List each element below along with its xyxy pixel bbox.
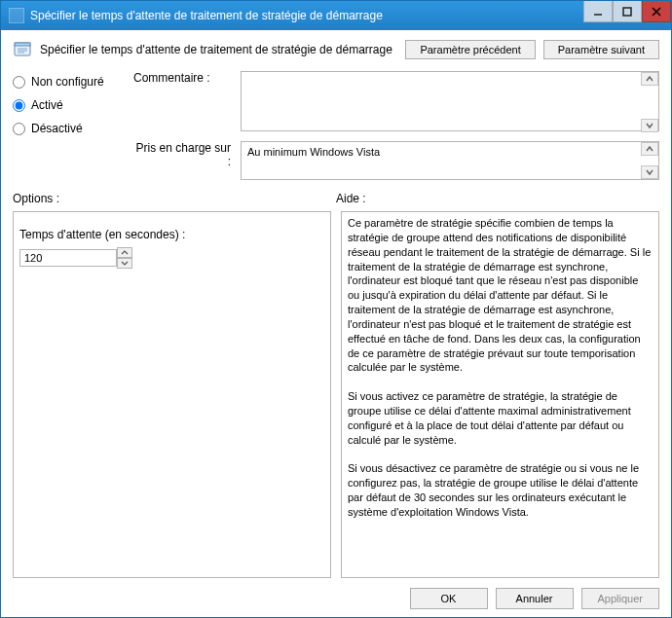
radio-not-configured[interactable]: Non configuré bbox=[13, 75, 120, 89]
wait-time-label: Temps d'attente (en secondes) : bbox=[19, 228, 324, 241]
wait-time-input[interactable] bbox=[19, 249, 117, 267]
close-button[interactable] bbox=[642, 1, 671, 22]
radio-disabled[interactable]: Désactivé bbox=[13, 122, 120, 135]
previous-setting-button[interactable]: Paramètre précédent bbox=[405, 40, 535, 59]
radio-enabled-label: Activé bbox=[31, 98, 63, 112]
policy-icon bbox=[13, 40, 32, 59]
maximize-button[interactable] bbox=[613, 1, 642, 22]
supported-on-value: Au minimum Windows Vista bbox=[241, 141, 659, 180]
scroll-down-icon[interactable] bbox=[641, 119, 658, 132]
next-setting-button[interactable]: Paramètre suivant bbox=[543, 40, 659, 59]
radio-enabled[interactable]: Activé bbox=[13, 98, 120, 112]
app-icon bbox=[9, 8, 24, 23]
scroll-down-icon[interactable] bbox=[641, 165, 658, 179]
minimize-button[interactable] bbox=[583, 1, 613, 22]
ok-button[interactable]: OK bbox=[410, 588, 488, 609]
svg-rect-1 bbox=[623, 8, 631, 16]
comment-textarea[interactable] bbox=[241, 71, 659, 131]
window-title: Spécifier le temps d'attente de traiteme… bbox=[30, 9, 583, 22]
svg-rect-5 bbox=[15, 43, 30, 46]
spinner-down-button[interactable] bbox=[117, 258, 132, 269]
radio-disabled-input[interactable] bbox=[13, 123, 25, 135]
help-text-panel: Ce paramètre de stratégie spécifie combi… bbox=[341, 211, 659, 578]
radio-not-configured-label: Non configuré bbox=[31, 75, 104, 89]
cancel-button[interactable]: Annuler bbox=[496, 588, 574, 609]
apply-button[interactable]: Appliquer bbox=[581, 588, 659, 609]
options-section-label: Options : bbox=[13, 192, 336, 205]
radio-disabled-label: Désactivé bbox=[31, 122, 83, 135]
scroll-up-icon[interactable] bbox=[641, 72, 658, 86]
options-panel: Temps d'attente (en secondes) : bbox=[13, 211, 331, 578]
title-bar: Spécifier le temps d'attente de traiteme… bbox=[1, 1, 671, 30]
policy-title: Spécifier le temps d'attente de traiteme… bbox=[40, 43, 392, 56]
comment-label: Commentaire : bbox=[133, 71, 231, 85]
scroll-up-icon[interactable] bbox=[641, 142, 658, 156]
spinner-up-button[interactable] bbox=[117, 247, 132, 258]
radio-not-configured-input[interactable] bbox=[13, 76, 25, 89]
help-section-label: Aide : bbox=[336, 192, 659, 205]
radio-enabled-input[interactable] bbox=[13, 99, 25, 112]
supported-label: Pris en charge sur : bbox=[133, 141, 231, 168]
